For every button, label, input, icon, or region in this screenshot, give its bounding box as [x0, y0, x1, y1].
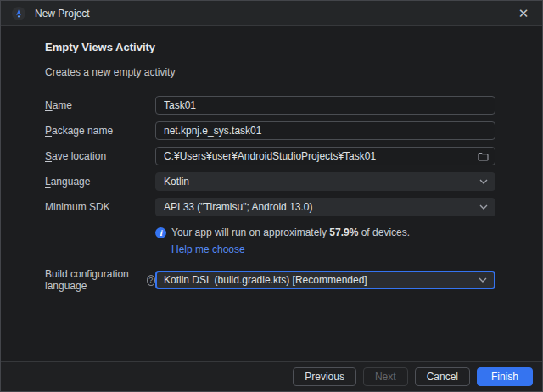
previous-button[interactable]: Previous — [293, 367, 356, 386]
name-label-mnemonic: N — [45, 99, 53, 111]
save-location-label-mnemonic: S — [45, 150, 52, 162]
package-name-input[interactable] — [155, 121, 495, 140]
save-location-input[interactable] — [155, 147, 495, 165]
dialog-footer: Previous Next Cancel Finish — [1, 361, 542, 391]
min-sdk-field-wrap: API 33 ("Tiramisu"; Android 13.0) — [155, 198, 495, 216]
build-config-selected-value: Kotlin DSL (build.gradle.kts) [Recommend… — [164, 274, 367, 286]
package-field-wrap — [155, 121, 495, 140]
page-title: Empty Views Activity — [45, 41, 495, 53]
min-sdk-selected-value: API 33 ("Tiramisu"; Android 13.0) — [164, 201, 312, 213]
save-location-label-rest: ave location — [52, 150, 106, 162]
name-row: Name — [45, 96, 495, 115]
chevron-down-icon — [479, 277, 487, 283]
help-icon[interactable]: ? — [147, 275, 155, 286]
name-input[interactable] — [155, 96, 495, 115]
page-subtitle: Creates a new empty activity — [45, 66, 495, 78]
language-label: Language — [45, 176, 155, 188]
new-project-dialog: New Project ✕ Empty Views Activity Creat… — [0, 0, 543, 392]
build-config-label-text: Build configuration language — [45, 268, 142, 292]
save-location-field-wrap — [155, 147, 495, 165]
help-me-choose-link[interactable]: Help me choose — [171, 244, 245, 255]
language-dropdown[interactable]: Kotlin — [155, 172, 495, 191]
build-config-dropdown[interactable]: Kotlin DSL (build.gradle.kts) [Recommend… — [155, 271, 495, 289]
language-field-wrap: Kotlin — [155, 172, 495, 191]
package-label-rest: ackage name — [52, 125, 113, 137]
build-config-label: Build configuration language ? — [45, 268, 155, 292]
title-bar: New Project ✕ — [1, 1, 542, 26]
android-studio-icon — [12, 7, 25, 20]
name-label: Name — [45, 99, 155, 111]
window-title: New Project — [35, 8, 90, 20]
sdk-info-percent: 57.9% — [329, 227, 358, 238]
name-label-rest: ame — [53, 99, 72, 111]
sdk-info-line: i Your app will run on approximately 57.… — [155, 227, 495, 238]
cancel-button[interactable]: Cancel — [415, 367, 470, 386]
close-icon[interactable]: ✕ — [513, 3, 534, 24]
min-sdk-label: Minimum SDK — [45, 201, 155, 213]
package-label-mnemonic: P — [45, 125, 52, 137]
save-location-label: Save location — [45, 150, 155, 162]
dialog-content: Empty Views Activity Creates a new empty… — [1, 26, 542, 289]
next-button: Next — [363, 367, 408, 386]
chevron-down-icon — [479, 179, 488, 184]
package-row: Package name — [45, 121, 495, 140]
min-sdk-dropdown[interactable]: API 33 ("Tiramisu"; Android 13.0) — [155, 198, 495, 216]
language-row: Language Kotlin — [45, 172, 495, 191]
chevron-down-icon — [479, 204, 488, 210]
language-selected-value: Kotlin — [164, 176, 189, 188]
name-field-wrap — [155, 96, 495, 115]
save-location-row: Save location — [45, 147, 495, 165]
build-config-row: Build configuration language ? Kotlin DS… — [45, 271, 495, 289]
sdk-info-block: i Your app will run on approximately 57.… — [155, 227, 495, 255]
sdk-info-text-before: Your app will run on approximately — [171, 227, 329, 238]
language-label-rest: anguage — [51, 176, 91, 188]
sdk-info-text: Your app will run on approximately 57.9%… — [171, 227, 410, 238]
build-config-field-wrap: Kotlin DSL (build.gradle.kts) [Recommend… — [155, 271, 495, 289]
finish-button[interactable]: Finish — [477, 367, 533, 386]
info-icon: i — [155, 227, 166, 238]
project-form: Name Package name Save location — [45, 96, 495, 289]
sdk-info-text-after: of devices. — [358, 227, 410, 238]
min-sdk-row: Minimum SDK API 33 ("Tiramisu"; Android … — [45, 198, 495, 216]
package-label: Package name — [45, 125, 155, 137]
folder-icon[interactable] — [477, 150, 489, 162]
language-label-mnemonic: L — [45, 176, 51, 188]
